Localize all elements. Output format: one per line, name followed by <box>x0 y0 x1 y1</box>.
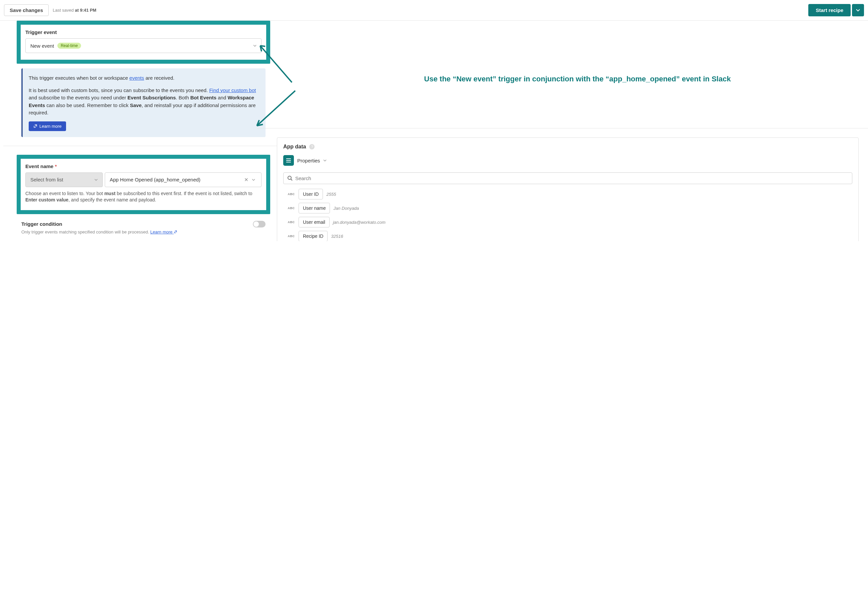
main-content: Trigger event New event Real-time This t… <box>0 21 868 241</box>
event-name-help: Choose an event to listen to. Your bot m… <box>25 190 261 204</box>
trigger-info-box: This trigger executes when bot or worksp… <box>21 68 266 137</box>
annotation-arrow-bottom <box>254 89 297 129</box>
chevron-down-icon[interactable] <box>251 179 257 181</box>
right-column: Use the “New event” trigger in conjuncti… <box>270 21 868 241</box>
sample-value: 2555 <box>326 192 336 197</box>
info-line-2: It is best used with custom bots, since … <box>29 87 260 117</box>
sample-value: Jan Donyada <box>333 206 359 211</box>
type-tag: ABC <box>287 207 295 210</box>
trigger-condition-toggle[interactable] <box>253 221 266 227</box>
trigger-condition-learn-more-link[interactable]: Learn more <box>151 229 177 235</box>
trigger-condition-label: Trigger condition <box>21 221 62 227</box>
header-actions: Start recipe <box>808 4 864 16</box>
data-pill-row: ABCUser nameJan Donyada <box>283 203 852 214</box>
trigger-event-value: New event <box>30 43 54 49</box>
data-pill-row: ABCRecipe ID32516 <box>283 231 852 241</box>
find-custom-bot-link[interactable]: Find your custom bot <box>209 87 256 93</box>
annotation-arrow-top <box>257 41 294 84</box>
app-data-panel: App data ? Properties ABCUser ID2555ABCU… <box>277 137 859 241</box>
event-name-label: Event name * <box>25 164 261 169</box>
data-pill-row: ABCUser ID2555 <box>283 189 852 199</box>
chevron-down-icon <box>94 179 98 181</box>
app-data-rows: ABCUser ID2555ABCUser nameJan DonyadaABC… <box>283 189 852 241</box>
event-name-value: App Home Opened (app_home_opened) <box>110 177 201 182</box>
divider <box>3 146 283 146</box>
help-icon[interactable]: ? <box>309 144 314 149</box>
external-link-icon <box>174 230 177 233</box>
realtime-badge: Real-time <box>58 43 81 49</box>
search-icon <box>288 176 292 181</box>
learn-more-label: Learn more <box>39 124 61 129</box>
info-line-1: This trigger executes when bot or worksp… <box>29 74 260 82</box>
data-pill-row: ABCUser emailjan.donyada@workato.com <box>283 217 852 227</box>
select-from-list-dropdown[interactable]: Select from list <box>25 173 103 187</box>
divider <box>257 128 868 128</box>
last-saved-prefix: Last saved <box>53 8 75 13</box>
start-recipe-dropdown[interactable] <box>852 4 864 16</box>
learn-more-button[interactable]: Learn more <box>29 121 66 131</box>
data-pill[interactable]: User ID <box>298 189 323 199</box>
trigger-event-section: Trigger event New event Real-time <box>17 21 270 64</box>
data-pill[interactable]: User name <box>298 203 330 214</box>
trigger-event-label: Trigger event <box>25 30 261 35</box>
properties-label: Properties <box>297 158 320 164</box>
type-tag: ABC <box>287 192 295 196</box>
header-bar: Save changes Last saved at 9:41 PM Start… <box>0 0 868 21</box>
left-column: Trigger event New event Real-time This t… <box>0 21 270 241</box>
search-input[interactable] <box>295 176 848 181</box>
events-link[interactable]: events <box>130 75 144 81</box>
chevron-down-icon <box>253 45 257 47</box>
annotation-text: Use the “New event” trigger in conjuncti… <box>294 74 861 84</box>
chevron-down-icon <box>856 9 860 12</box>
sample-value: jan.donyada@workato.com <box>333 220 385 225</box>
trigger-condition-help: Only trigger events matching specified c… <box>21 229 266 235</box>
clear-icon[interactable]: ✕ <box>242 177 251 183</box>
trigger-event-select[interactable]: New event Real-time <box>25 38 261 53</box>
app-data-search[interactable] <box>283 173 852 184</box>
properties-icon <box>283 155 294 166</box>
properties-selector[interactable]: Properties <box>283 155 852 166</box>
required-asterisk: * <box>55 164 57 169</box>
start-recipe-button[interactable]: Start recipe <box>808 4 851 16</box>
sample-value: 32516 <box>331 234 343 239</box>
event-name-section: Event name * Select from list App Home O… <box>17 155 270 214</box>
chevron-down-icon <box>323 159 326 161</box>
type-tag: ABC <box>287 235 295 238</box>
select-from-list-label: Select from list <box>30 177 63 182</box>
data-pill[interactable]: Recipe ID <box>298 231 328 241</box>
last-saved-label: Last saved at 9:41 PM <box>53 8 96 13</box>
external-link-icon <box>33 124 37 128</box>
trigger-condition-section: Trigger condition Only trigger events ma… <box>17 214 270 241</box>
save-button[interactable]: Save changes <box>4 4 49 16</box>
app-data-title: App data <box>283 144 306 150</box>
data-pill[interactable]: User email <box>298 217 329 227</box>
last-saved-time: at 9:41 PM <box>75 8 96 13</box>
type-tag: ABC <box>287 220 295 224</box>
event-name-input[interactable]: App Home Opened (app_home_opened) ✕ <box>105 173 261 187</box>
svg-point-0 <box>288 176 291 179</box>
